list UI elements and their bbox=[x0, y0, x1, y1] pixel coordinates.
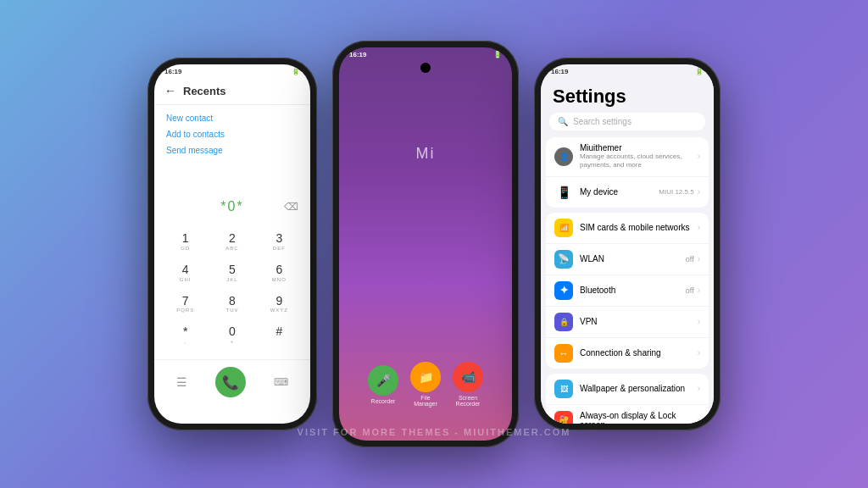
dial-display: *0* ⌫ bbox=[163, 194, 302, 219]
wlan-label: WLAN bbox=[580, 254, 679, 263]
dial-key-7[interactable]: 7 PQRS bbox=[163, 289, 208, 319]
app-recorder[interactable]: 🎤 Recorder bbox=[368, 365, 398, 404]
settings-item-device[interactable]: 📱 My device MIUI 12.5.5 › bbox=[546, 177, 709, 208]
recents-title: Recents bbox=[183, 85, 226, 97]
settings-item-sim[interactable]: 📶 SIM cards & mobile networks › bbox=[546, 213, 709, 244]
chevron-profile: › bbox=[698, 152, 700, 161]
phone-middle: 16:19 🔋 Mi 🎤 Recorder 📁 FileManager 📹 Sc… bbox=[332, 41, 519, 447]
wallpaper-label: Wallpaper & personalization bbox=[580, 384, 691, 393]
recorder-icon: 🎤 bbox=[368, 365, 398, 396]
watermark: VISIT FOR MORE THEMES - MIUITHEMER.COM bbox=[298, 427, 571, 437]
time-right: 16:19 bbox=[551, 68, 568, 75]
search-bar[interactable]: 🔍 Search settings bbox=[549, 113, 705, 130]
device-badge: MIUI 12.5.5 bbox=[659, 188, 693, 196]
chevron-vpn: › bbox=[698, 317, 700, 326]
connection-label: Connection & sharing bbox=[580, 348, 691, 358]
bluetooth-text: Bluetooth bbox=[580, 286, 679, 295]
punch-hole bbox=[420, 63, 431, 73]
settings-item-lock[interactable]: 🔐 Always-on display & Lock screen › bbox=[546, 405, 709, 424]
dialpad-grid: 1 GD 2 ABC 3 DEF 4 GHI 5 JKL bbox=[163, 226, 302, 349]
search-icon: 🔍 bbox=[558, 117, 568, 126]
call-button[interactable]: 📞 bbox=[215, 367, 246, 397]
wlan-status: off bbox=[686, 255, 694, 263]
settings-section-network: 📶 SIM cards & mobile networks › 📡 WLAN o… bbox=[546, 213, 709, 369]
dial-key-2[interactable]: 2 ABC bbox=[209, 226, 254, 256]
recents-actions: New contact Add to contacts Send message bbox=[154, 105, 310, 170]
add-to-contacts-link[interactable]: Add to contacts bbox=[166, 130, 298, 139]
status-icons-left: 🔋 bbox=[292, 68, 300, 75]
connection-icon: ↔ bbox=[554, 344, 573, 363]
dialpad-container: *0* ⌫ 1 GD 2 ABC 3 DEF 4 GHI bbox=[154, 187, 310, 356]
dial-key-5[interactable]: 5 JKL bbox=[209, 258, 254, 287]
screen-recorder-label: ScreenRecorder bbox=[456, 395, 481, 407]
status-icons-right: 🔋 bbox=[695, 68, 704, 75]
send-message-link[interactable]: Send message bbox=[166, 146, 298, 155]
dial-key-1[interactable]: 1 GD bbox=[163, 226, 208, 256]
chevron-sim: › bbox=[698, 223, 700, 232]
app-screen-recorder[interactable]: 📹 ScreenRecorder bbox=[453, 362, 483, 407]
dial-key-6[interactable]: 6 MNO bbox=[257, 258, 302, 287]
settings-item-profile[interactable]: 👤 Miuithemer Manage accounts, cloud serv… bbox=[546, 137, 709, 177]
chevron-wallpaper: › bbox=[698, 384, 700, 393]
status-icons-middle: 🔋 bbox=[493, 51, 502, 58]
lock-icon: 🔐 bbox=[554, 411, 573, 424]
dialpad-bottom: ☰ 📞 ⌨ bbox=[154, 359, 310, 404]
settings-item-wlan[interactable]: 📡 WLAN off › bbox=[546, 244, 709, 275]
chevron-bluetooth: › bbox=[698, 286, 700, 295]
dial-key-0[interactable]: 0 + bbox=[209, 319, 254, 349]
settings-item-vpn[interactable]: 🔒 VPN › bbox=[546, 307, 709, 338]
chevron-device: › bbox=[698, 187, 700, 197]
files-icon: 📁 bbox=[410, 362, 441, 392]
dial-key-hash[interactable]: # bbox=[257, 319, 302, 349]
search-placeholder: Search settings bbox=[573, 117, 632, 126]
dial-key-4[interactable]: 4 GHI bbox=[163, 258, 208, 287]
profile-sublabel: Manage accounts, cloud services, payment… bbox=[580, 152, 691, 170]
sim-icon: 📶 bbox=[554, 219, 573, 237]
phone-left: 16:19 🔋 ← Recents New contact Add to con… bbox=[147, 58, 317, 430]
settings-section-personalization: 🖼 Wallpaper & personalization › 🔐 Always… bbox=[546, 374, 709, 424]
screen-recorder-icon: 📹 bbox=[453, 362, 483, 392]
device-text: My device bbox=[580, 187, 652, 197]
new-contact-link[interactable]: New contact bbox=[166, 114, 298, 123]
home-dock: 🎤 Recorder 📁 FileManager 📹 ScreenRecorde… bbox=[368, 362, 483, 407]
vpn-icon: 🔒 bbox=[554, 313, 573, 331]
dial-key-8[interactable]: 8 TUV bbox=[209, 289, 254, 319]
back-button[interactable]: ← bbox=[164, 84, 176, 97]
profile-label: Miuithemer bbox=[580, 143, 691, 152]
chevron-wlan: › bbox=[698, 254, 700, 263]
time-middle: 16:19 bbox=[349, 51, 366, 58]
backspace-icon[interactable]: ⌫ bbox=[284, 201, 298, 213]
settings-item-wallpaper[interactable]: 🖼 Wallpaper & personalization › bbox=[546, 374, 709, 405]
wallpaper-text: Wallpaper & personalization bbox=[580, 384, 691, 393]
bluetooth-status: off bbox=[686, 286, 694, 295]
profile-icon: 👤 bbox=[554, 147, 573, 166]
dial-number: *0* bbox=[163, 199, 302, 214]
status-bar-right: 16:19 🔋 bbox=[541, 64, 714, 77]
dial-key-star[interactable]: * , bbox=[163, 319, 208, 349]
vpn-label: VPN bbox=[580, 317, 691, 326]
settings-content: Settings 🔍 Search settings 👤 Miuithemer … bbox=[541, 77, 714, 424]
status-bar-middle: 16:19 🔋 bbox=[339, 47, 512, 60]
device-icon: 📱 bbox=[554, 183, 573, 202]
files-label: FileManager bbox=[414, 395, 437, 407]
keypad-icon[interactable]: ⌨ bbox=[274, 376, 288, 388]
lock-text: Always-on display & Lock screen bbox=[580, 411, 691, 424]
settings-item-connection[interactable]: ↔ Connection & sharing › bbox=[546, 338, 709, 369]
phone-right: 16:19 🔋 Settings 🔍 Search settings 👤 Miu… bbox=[534, 58, 721, 430]
app-files[interactable]: 📁 FileManager bbox=[410, 362, 441, 407]
sim-label: SIM cards & mobile networks bbox=[580, 223, 691, 232]
vpn-text: VPN bbox=[580, 317, 691, 326]
menu-icon[interactable]: ☰ bbox=[176, 375, 187, 389]
settings-item-bluetooth[interactable]: ✦ Bluetooth off › bbox=[546, 275, 709, 307]
settings-title: Settings bbox=[541, 77, 714, 113]
settings-section-profile: 👤 Miuithemer Manage accounts, cloud serv… bbox=[546, 137, 709, 208]
wallpaper-icon: 🖼 bbox=[554, 380, 573, 398]
bluetooth-right: off › bbox=[686, 286, 700, 295]
profile-text: Miuithemer Manage accounts, cloud servic… bbox=[580, 143, 691, 170]
dial-key-3[interactable]: 3 DEF bbox=[257, 226, 302, 256]
bluetooth-icon: ✦ bbox=[554, 281, 573, 300]
device-label: My device bbox=[580, 187, 652, 197]
recorder-label: Recorder bbox=[371, 398, 396, 404]
dial-key-9[interactable]: 9 WXYZ bbox=[257, 289, 302, 319]
chevron-connection: › bbox=[698, 348, 700, 358]
